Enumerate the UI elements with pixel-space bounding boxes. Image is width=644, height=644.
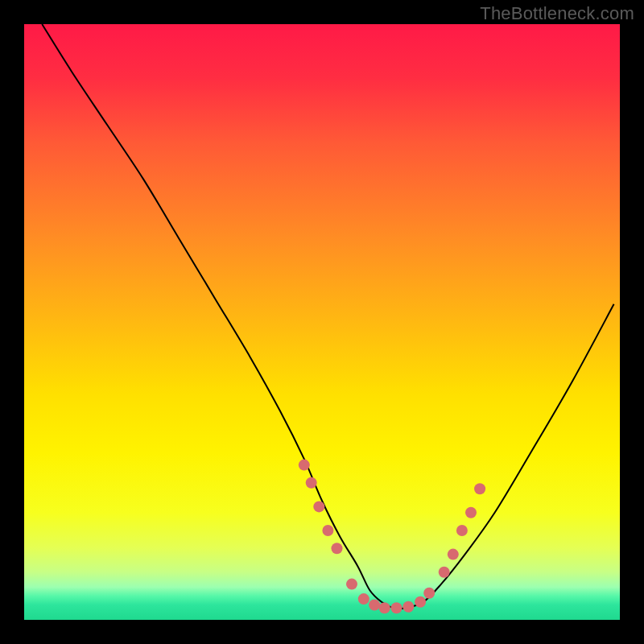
marker-point [358,593,369,605]
marker-point [448,549,459,560]
marker-point [390,602,402,613]
marker-group [299,460,485,614]
marker-point [299,460,310,471]
marker-point [313,501,324,512]
marker-point [379,602,390,613]
chart-svg [24,24,620,620]
marker-point [331,543,342,554]
marker-point [306,477,317,489]
marker-point [465,507,477,518]
marker-point [322,525,333,536]
marker-point [474,483,485,494]
watermark-text: TheBottleneck.com [480,3,634,24]
marker-point [456,525,468,536]
curve-line [42,24,613,609]
marker-point [369,599,380,610]
marker-point [346,579,357,590]
marker-point [402,601,414,613]
plot-area [24,24,620,620]
marker-point [423,588,435,599]
marker-point [415,597,426,608]
marker-point [439,567,450,578]
